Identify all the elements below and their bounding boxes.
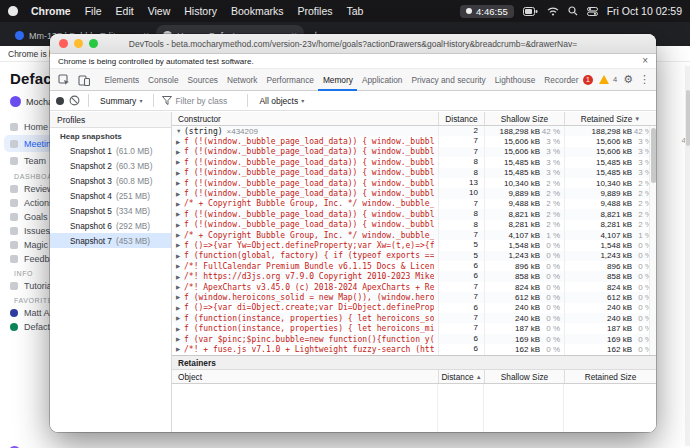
warning-icon[interactable] <box>599 75 609 84</box>
battery-icon[interactable] <box>523 7 538 16</box>
apple-logo-icon[interactable] <box>8 6 18 16</box>
table-row[interactable]: ▼ (string) ×434209 2 188,298 kB 42 % 188… <box>172 126 656 136</box>
inspect-element-icon[interactable] <box>54 74 74 86</box>
disclosure-triangle-icon[interactable]: ▶ <box>176 242 184 248</box>
menu-item[interactable]: History <box>177 5 224 17</box>
take-snapshot-button[interactable] <box>56 97 64 105</box>
column-header-distance[interactable]: Distance ▲ <box>438 370 484 383</box>
heap-snapshot-item[interactable]: Snapshot 3 (60.8 MB) <box>50 173 171 188</box>
disclosure-triangle-icon[interactable]: ▶ <box>176 232 184 238</box>
wifi-icon[interactable] <box>547 7 559 16</box>
column-header-distance[interactable]: Distance <box>438 112 484 125</box>
table-row[interactable]: ▶ /* + Copyright Bubble Group, Inc. */ w… <box>172 230 656 240</box>
column-header-shallow-size[interactable]: Shallow Size <box>484 370 564 383</box>
disclosure-triangle-icon[interactable]: ▶ <box>176 222 184 228</box>
disclosure-triangle-icon[interactable]: ▶ <box>176 211 184 217</box>
table-row[interactable]: ▶ f (!(window._bubble_page_load_data)) {… <box>172 136 656 146</box>
devtools-tab[interactable]: Application <box>357 69 407 91</box>
screen-recording-timer[interactable]: 4:46:55 <box>460 5 514 18</box>
heap-snapshot-item[interactable]: Snapshot 1 (61.0 MB) <box>50 143 171 158</box>
disclosure-triangle-icon[interactable]: ▶ <box>176 326 184 332</box>
device-toolbar-icon[interactable] <box>74 74 94 86</box>
disclosure-triangle-icon[interactable]: ▶ <box>176 284 184 290</box>
devtools-tab[interactable]: Console <box>144 69 183 91</box>
menu-item[interactable]: File <box>78 5 109 17</box>
clear-profiles-icon[interactable] <box>69 95 80 106</box>
devtools-tab[interactable]: Recorder <box>540 69 583 91</box>
kebab-menu-icon[interactable]: ⋮ <box>639 74 650 85</box>
table-row[interactable]: ▶ f (!(window._bubble_page_load_data)) {… <box>172 220 656 230</box>
filter-by-class-input[interactable] <box>175 96 239 106</box>
table-row[interactable]: ▶ /*! + fuse.js v7.1.0 + Lightweight fuz… <box>172 344 656 354</box>
page-scrollbar[interactable] <box>685 66 690 446</box>
table-row[interactable]: ▶ f (function(instance, properties) { le… <box>172 323 656 333</box>
close-notice-icon[interactable]: × <box>642 56 648 66</box>
disclosure-triangle-icon[interactable]: ▶ <box>176 191 184 197</box>
column-header-constructor[interactable]: Constructor <box>172 112 438 125</box>
table-row[interactable]: ▶ f (!(window._bubble_page_load_data)) {… <box>172 178 656 188</box>
column-header-shallow-size[interactable]: Shallow Size <box>484 112 564 125</box>
menu-item[interactable]: Chrome <box>24 5 78 17</box>
grid-scrollbar[interactable] <box>649 126 656 355</box>
disclosure-triangle-icon[interactable]: ▶ <box>176 263 184 269</box>
table-row[interactable]: ▶ f (window.heroicons_solid = new Map())… <box>172 292 656 302</box>
menu-item[interactable]: Bookmarks <box>224 5 291 17</box>
heap-snapshot-item[interactable]: Snapshot 4 (251 MB) <box>50 188 171 203</box>
table-row[interactable]: ▶ f (!(window._bubble_page_load_data)) {… <box>172 188 656 198</box>
devtools-tab[interactable]: Elements <box>100 69 144 91</box>
settings-gear-icon[interactable]: ⚙ <box>623 74 633 85</box>
object-scope-select[interactable]: All objects ▾ <box>256 96 307 106</box>
table-row[interactable]: ▶ /* + Copyright Bubble Group, Inc. */ w… <box>172 199 656 209</box>
error-count-badge[interactable]: 1 <box>583 75 593 85</box>
devtools-titlebar[interactable]: DevTools - beta.mocharymethod.com/versio… <box>50 34 656 54</box>
menu-item[interactable]: Tab <box>339 5 370 17</box>
close-window-button[interactable] <box>59 39 68 48</box>
control-center-icon[interactable] <box>587 7 598 16</box>
view-mode-select[interactable]: Summary ▾ <box>97 96 145 106</box>
heap-snapshot-item[interactable]: Snapshot 6 (292 MB) <box>50 218 171 233</box>
disclosure-triangle-icon[interactable]: ▶ <box>176 305 184 311</box>
table-row[interactable]: ▶ /*! https://d3js.org v7.9.0 Copyright … <box>172 271 656 281</box>
zoom-window-button[interactable] <box>89 39 98 48</box>
devtools-tab[interactable]: Performance <box>262 69 319 91</box>
disclosure-triangle-icon[interactable]: ▶ <box>176 180 184 186</box>
disclosure-triangle-icon[interactable]: ▶ <box>176 336 184 342</box>
heap-snapshot-item[interactable]: Snapshot 7 (453 MB) <box>50 233 171 248</box>
table-row[interactable]: ▶ f (function(instance, properties) { le… <box>172 313 656 323</box>
disclosure-triangle-icon[interactable]: ▶ <box>176 346 184 352</box>
menu-item[interactable]: View <box>141 5 178 17</box>
devtools-tab[interactable]: Lighthouse <box>490 69 540 91</box>
disclosure-triangle-icon[interactable]: ▼ <box>176 128 184 134</box>
table-row[interactable]: ▶ f (function(global, factory) { if (typ… <box>172 251 656 261</box>
column-header-retained-size[interactable]: Retained Size <box>564 370 656 383</box>
grid-scrollbar-thumb[interactable] <box>651 128 656 183</box>
page-scrollbar-thumb[interactable] <box>686 90 690 146</box>
menu-bar-clock[interactable]: Fri Oct 10 02:59 <box>607 5 682 17</box>
devtools-tab[interactable]: Sources <box>183 69 222 91</box>
devtools-tab[interactable]: Network <box>222 69 261 91</box>
column-header-retained-size[interactable]: Retained Size ▼ <box>564 112 656 125</box>
column-header-object[interactable]: Object <box>172 370 438 383</box>
heap-snapshot-item[interactable]: Snapshot 5 (334 MB) <box>50 203 171 218</box>
table-row[interactable]: ▶ f (!(window._bubble_page_load_data)) {… <box>172 168 656 178</box>
disclosure-triangle-icon[interactable]: ▶ <box>176 294 184 300</box>
disclosure-triangle-icon[interactable]: ▶ <box>176 159 184 165</box>
table-row[interactable]: ▶ f (!(window._bubble_page_load_data)) {… <box>172 157 656 167</box>
table-row[interactable]: ▶ f ()=>{var Yw=Object.defineProperty;va… <box>172 240 656 250</box>
disclosure-triangle-icon[interactable]: ▶ <box>176 139 184 145</box>
table-row[interactable]: ▶ /*! FullCalendar Premium Bundle v6.1.1… <box>172 261 656 271</box>
disclosure-triangle-icon[interactable]: ▶ <box>176 149 184 155</box>
table-row[interactable]: ▶ f (!(window._bubble_page_load_data)) {… <box>172 147 656 157</box>
menu-item[interactable]: Edit <box>109 5 141 17</box>
table-row[interactable]: ▶ f (var $pinc;$pinc.bubble=new function… <box>172 334 656 344</box>
spotlight-search-icon[interactable] <box>568 6 578 16</box>
disclosure-triangle-icon[interactable]: ▶ <box>176 201 184 207</box>
disclosure-triangle-icon[interactable]: ▶ <box>176 274 184 280</box>
devtools-tab[interactable]: Memory <box>318 69 357 91</box>
disclosure-triangle-icon[interactable]: ▶ <box>176 170 184 176</box>
disclosure-triangle-icon[interactable]: ▶ <box>176 315 184 321</box>
disclosure-triangle-icon[interactable]: ▶ <box>176 253 184 259</box>
table-row[interactable]: ▶ /*! ApexCharts v3.45.0 (c) 2018-2024 A… <box>172 282 656 292</box>
table-row[interactable]: ▶ f ()=>{var di=Object.create;var Di=Obj… <box>172 303 656 313</box>
minimize-window-button[interactable] <box>74 39 83 48</box>
